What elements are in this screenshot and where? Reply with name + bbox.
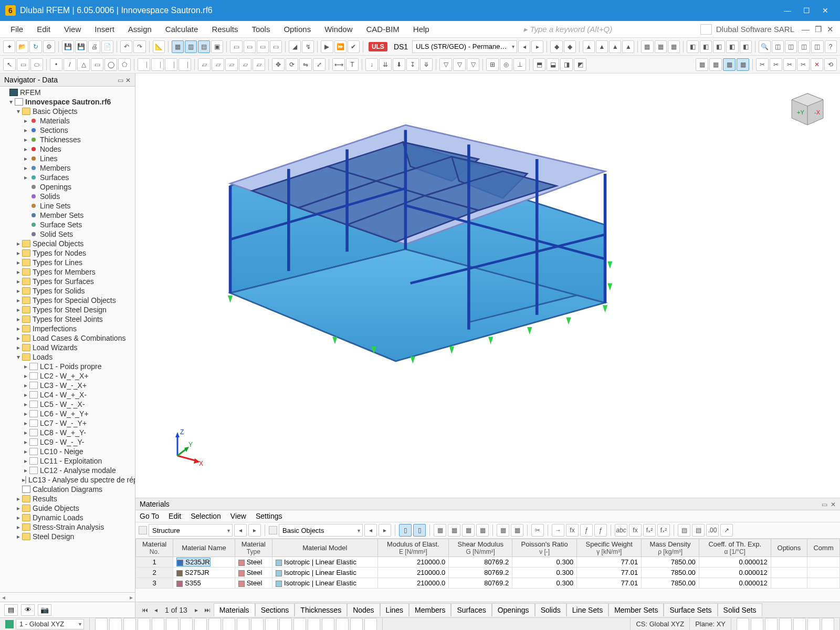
member2-icon[interactable]: ⎹ [151, 58, 164, 71]
s12-icon[interactable] [251, 618, 264, 631]
layout2-icon[interactable]: ▭ [244, 40, 256, 53]
panel-objects-dropdown[interactable]: Basic Objects [279, 524, 363, 537]
extra4-icon[interactable]: ▦ [737, 58, 749, 71]
measure-icon[interactable]: 📐 [153, 40, 165, 53]
tree-basic-item[interactable]: ▸Nodes [0, 144, 135, 154]
tree-folder[interactable]: Calculation Diagrams [0, 485, 135, 494]
show-forces-icon[interactable]: ◢ [289, 40, 301, 53]
tree-load-case[interactable]: ▸LC11 - Exploitation [0, 456, 135, 466]
navigator-tree[interactable]: RFEM ▾Innovespace Sautron.rf6 ▾Basic Obj… [0, 87, 135, 592]
calc-icon[interactable]: ▶ [321, 40, 333, 53]
next-lc-icon[interactable]: ▸ [531, 40, 543, 53]
tab-prev-icon[interactable]: ◂ [151, 606, 161, 614]
mdi-minimize-icon[interactable]: — [800, 25, 812, 34]
tree-basic-item[interactable]: Solids [0, 192, 135, 201]
tree-basic-item[interactable]: Openings [0, 182, 135, 192]
s19-icon[interactable] [350, 618, 363, 631]
sb1-icon[interactable] [737, 618, 749, 631]
menu-insert[interactable]: Insert [88, 23, 121, 36]
tree-folder[interactable]: ▸Types for Special Objects [0, 296, 135, 305]
help-icon[interactable]: ? [825, 40, 837, 53]
materials-table[interactable]: MaterialNo. Material Name MaterialType M… [135, 539, 840, 589]
mdi-close-icon[interactable]: ✕ [825, 25, 836, 34]
tree-basic-item[interactable]: Surface Sets [0, 220, 135, 229]
tree-folder[interactable]: ▸Stress-Strain Analysis [0, 522, 135, 532]
tree-folder[interactable]: ▸Special Objects [0, 239, 135, 248]
tree-load-case[interactable]: ▸LC8 - W_+_Y- [0, 428, 135, 437]
scroll-left-icon[interactable]: ◂ [2, 594, 5, 601]
s5-icon[interactable] [152, 618, 164, 631]
table-tab[interactable]: Openings [492, 603, 535, 616]
refresh-icon[interactable]: ↻ [29, 40, 41, 53]
panel4-icon[interactable]: ▣ [211, 40, 223, 53]
sidebar-float-icon[interactable]: ▭ [118, 77, 123, 84]
menu-view[interactable]: View [58, 23, 87, 36]
panel-menu-selection[interactable]: Selection [191, 512, 221, 520]
select-lasso-icon[interactable]: ⬭ [30, 58, 43, 71]
s14-icon[interactable] [279, 618, 292, 631]
s2-icon[interactable] [109, 618, 122, 631]
draw5-icon[interactable]: ◯ [104, 58, 117, 71]
panel-grp3-icon[interactable]: ▦ [462, 524, 475, 537]
s3-icon[interactable] [123, 618, 136, 631]
menu-file[interactable]: File [4, 23, 29, 36]
panel-next2-icon[interactable]: ▸ [379, 524, 391, 537]
tree-folder[interactable]: ▸Results [0, 494, 135, 503]
s15-icon[interactable] [293, 618, 306, 631]
s6-icon[interactable] [166, 618, 178, 631]
s16-icon[interactable] [308, 618, 320, 631]
surface2-icon[interactable]: ▱ [212, 58, 224, 71]
load3-icon[interactable]: ⬇ [393, 58, 405, 71]
tree-folder[interactable]: ▸Load Wizards [0, 343, 135, 352]
panel-fx1-icon[interactable]: fx [566, 524, 579, 537]
panel-prev1-icon[interactable]: ◂ [234, 524, 247, 537]
s20-icon[interactable] [364, 618, 377, 631]
panel-structure-dropdown[interactable]: Structure [149, 524, 233, 537]
axis-gizmo[interactable]: Z X Y [164, 427, 206, 469]
grid-icon[interactable]: ⊞ [486, 58, 499, 71]
sb3-icon[interactable] [765, 618, 778, 631]
draw1-icon[interactable]: • [50, 58, 62, 71]
member4-icon[interactable]: ⎹ [178, 58, 191, 71]
tree-load-case[interactable]: ▸LC7 - W_-_Y+ [0, 418, 135, 428]
table-tab[interactable]: Surfaces [451, 603, 491, 616]
sb5-icon[interactable] [793, 618, 806, 631]
minimize-button[interactable]: — [778, 3, 797, 18]
print-icon[interactable]: 🖨 [88, 40, 100, 53]
sidebar-close-icon[interactable]: ✕ [125, 77, 131, 84]
panel2-icon[interactable]: ▥ [185, 40, 197, 53]
tree-load-case[interactable]: ▸LC5 - W_-_X- [0, 400, 135, 409]
menu-assign[interactable]: Assign [122, 23, 158, 36]
select-box-icon[interactable]: ▭ [17, 58, 29, 71]
panel-menu-settings[interactable]: Settings [256, 512, 282, 520]
table-row[interactable]: 2 S275JR Steel Isotropic | Linear Elasti… [136, 568, 840, 578]
render1-icon[interactable]: ◧ [687, 40, 699, 53]
panel-menu-view[interactable]: View [230, 512, 246, 520]
reset-view-icon[interactable]: ⟲ [824, 58, 837, 71]
s8-icon[interactable] [194, 618, 207, 631]
gear-icon[interactable]: ⚙ [43, 40, 55, 53]
s10-icon[interactable] [223, 618, 235, 631]
extra1-icon[interactable]: ▦ [696, 58, 708, 71]
undo-icon[interactable]: ↶ [120, 40, 132, 53]
panel-paste-icon[interactable]: ▤ [692, 524, 705, 537]
keyword-search[interactable]: ▸ Type a keyword (Alt+Q) [437, 25, 699, 34]
render4-icon[interactable]: ◧ [726, 40, 738, 53]
mirror-icon[interactable]: ⇋ [299, 58, 312, 71]
menu-calculate[interactable]: Calculate [159, 23, 205, 36]
table-tab[interactable]: Solids [535, 603, 566, 616]
sb2-icon[interactable] [751, 618, 763, 631]
menu-help[interactable]: Help [407, 23, 436, 36]
tree-load-case[interactable]: ▸LC12 - Analyse modale [0, 466, 135, 475]
layout3-icon[interactable]: ▭ [257, 40, 269, 53]
panel-grp2-icon[interactable]: ▦ [448, 524, 460, 537]
table-tab[interactable]: Solid Sets [718, 603, 762, 616]
rotate-icon[interactable]: ⟳ [286, 58, 298, 71]
menu-cad-bim[interactable]: CAD-BIM [360, 23, 406, 36]
sb6-icon[interactable] [807, 618, 820, 631]
panel3-icon[interactable]: ▤ [198, 40, 210, 53]
s7-icon[interactable] [180, 618, 193, 631]
menu-tools[interactable]: Tools [245, 23, 276, 36]
table-tab[interactable]: Nodes [347, 603, 380, 616]
panel-cut-icon[interactable]: ✂ [531, 524, 544, 537]
